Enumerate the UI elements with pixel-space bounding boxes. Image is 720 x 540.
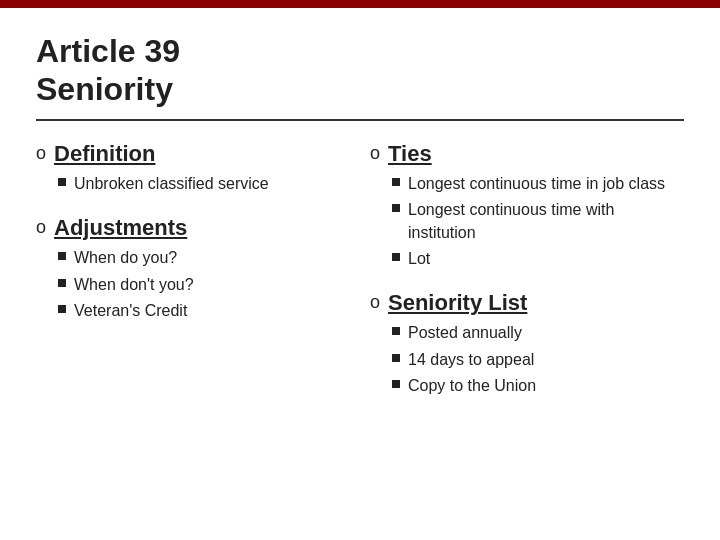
list-item: When don't you?: [58, 274, 194, 296]
title-line2: Seniority: [36, 71, 173, 107]
right-column: o Ties Longest continuous time in job cl…: [370, 141, 684, 516]
ties-item-2: Longest continuous time with institution: [408, 199, 684, 244]
list-item: 14 days to appeal: [392, 349, 536, 371]
ties-item-3: Lot: [408, 248, 684, 270]
title-line1: Article 39: [36, 33, 180, 69]
sub-bullet-icon: [58, 279, 66, 287]
adjustments-content: Adjustments When do you? When don't you?: [54, 215, 194, 322]
top-bar: [0, 0, 720, 8]
slide-title: Article 39 Seniority: [36, 32, 684, 109]
list-item: Veteran's Credit: [58, 300, 194, 322]
ties-content: Ties Longest continuous time in job clas…: [388, 141, 684, 271]
sub-bullet-icon: [58, 252, 66, 260]
list-item: When do you?: [58, 247, 194, 269]
ties-section: o Ties Longest continuous time in job cl…: [370, 141, 684, 271]
sub-bullet-icon: [392, 354, 400, 362]
seniority-list-content: Seniority List Posted annually 14 days t…: [388, 290, 536, 397]
content-area: o Definition Unbroken classified service…: [36, 141, 684, 516]
sub-bullet-icon: [392, 327, 400, 335]
seniority-item-2: 14 days to appeal: [408, 349, 536, 371]
bullet-o-definition: o: [36, 143, 46, 164]
definition-heading: Definition: [54, 141, 269, 167]
seniority-list-heading: Seniority List: [388, 290, 536, 316]
definition-section: o Definition Unbroken classified service: [36, 141, 350, 195]
ties-heading: Ties: [388, 141, 684, 167]
ties-item-1: Longest continuous time in job class: [408, 173, 684, 195]
definition-item-1: Unbroken classified service: [74, 173, 269, 195]
definition-list: Unbroken classified service: [54, 173, 269, 195]
definition-content: Definition Unbroken classified service: [54, 141, 269, 195]
sub-bullet-icon: [58, 305, 66, 313]
bullet-o-ties: o: [370, 143, 380, 164]
title-section: Article 39 Seniority: [36, 32, 684, 121]
bullet-o-seniority: o: [370, 292, 380, 313]
list-item: Unbroken classified service: [58, 173, 269, 195]
adjustments-section: o Adjustments When do you? When don't yo…: [36, 215, 350, 322]
sub-bullet-icon: [392, 204, 400, 212]
adjustments-item-1: When do you?: [74, 247, 194, 269]
ties-list: Longest continuous time in job class Lon…: [388, 173, 684, 271]
adjustments-item-2: When don't you?: [74, 274, 194, 296]
list-item: Lot: [392, 248, 684, 270]
list-item: Longest continuous time with institution: [392, 199, 684, 244]
slide-container: Article 39 Seniority o Definition Unbrok…: [0, 8, 720, 540]
seniority-item-1: Posted annually: [408, 322, 536, 344]
adjustments-list: When do you? When don't you? Veteran's C…: [54, 247, 194, 322]
adjustments-item-3: Veteran's Credit: [74, 300, 194, 322]
sub-bullet-icon: [392, 253, 400, 261]
sub-bullet-icon: [392, 380, 400, 388]
sub-bullet-icon: [58, 178, 66, 186]
bullet-o-adjustments: o: [36, 217, 46, 238]
list-item: Posted annually: [392, 322, 536, 344]
seniority-list-items: Posted annually 14 days to appeal Copy t…: [388, 322, 536, 397]
list-item: Longest continuous time in job class: [392, 173, 684, 195]
sub-bullet-icon: [392, 178, 400, 186]
left-column: o Definition Unbroken classified service…: [36, 141, 350, 516]
list-item: Copy to the Union: [392, 375, 536, 397]
seniority-list-section: o Seniority List Posted annually 14 days…: [370, 290, 684, 397]
seniority-item-3: Copy to the Union: [408, 375, 536, 397]
adjustments-heading: Adjustments: [54, 215, 194, 241]
